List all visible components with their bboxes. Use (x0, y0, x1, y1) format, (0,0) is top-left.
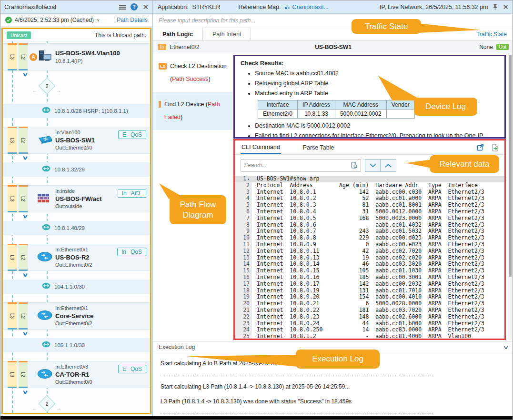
close-icon[interactable]: ✕ (503, 3, 509, 10)
path-device-row[interactable]: L3L2∨In:Ethernet0/1Core-ServiceOut:Ether… (3, 302, 150, 330)
check-item-text: Find L2 Device (Path Failed) (164, 98, 229, 124)
path-media-row[interactable]: 10.8.1.0/28 HSRP: 1(10.8.1.1) (3, 104, 150, 118)
policy-badge[interactable]: InQoS (117, 248, 146, 256)
path-device-row[interactable]: L3L2∨In:Vlan100US-BOS-SW1Out:Ethernet2/0… (3, 127, 150, 154)
policy-badge[interactable]: InACL (118, 189, 146, 198)
cli-line: 24Internet 10.8.0.250 14 aabb.cc83.0000 … (235, 327, 504, 333)
path-flow-annotation-box: Unicast This is Unicast path. L3L2∨AUS-B… (1, 28, 151, 414)
l2-tab[interactable]: L2 (19, 244, 28, 271)
chevron-down-icon[interactable]: ∨ (22, 389, 29, 395)
chevron-down-icon[interactable]: ∨ (22, 155, 29, 161)
collapse-chevron-icon[interactable]: ∨ (503, 344, 509, 350)
chevron-down-icon[interactable]: ∨ (97, 18, 100, 22)
l2-tab[interactable]: L2 (19, 185, 28, 212)
help-icon[interactable]: ? (131, 3, 138, 10)
l3-tab[interactable]: L3 (8, 185, 17, 212)
vertical-scrollbar[interactable] (508, 54, 512, 340)
path-device-row[interactable]: L3L2∨In:insideUS-BOS-FW/actOut:outsideIn… (3, 185, 150, 212)
l2-tab-label: L2 (20, 196, 26, 201)
tab-path-logic[interactable]: Path Logic (153, 28, 202, 40)
cli-line-number: 22 (235, 314, 252, 320)
path-details-link[interactable]: Path Details (117, 17, 148, 23)
l3-tab[interactable]: L3 (8, 43, 17, 70)
policy-badge-right: QoS (131, 131, 142, 138)
device-info: In:Ethernet0/1US-BOS-R2Out:Ethernet0/2 (55, 246, 92, 269)
expand-diamond[interactable]: 2 (39, 395, 55, 412)
policy-badge[interactable]: EQoS (118, 365, 146, 373)
network-info: IP, Live Network, 26/5/2025, 11:56:32 pm (380, 4, 488, 10)
media-globe-icon (42, 107, 50, 115)
path-device-row[interactable]: L3L2∨In:Ethernet0/3CA-TOR-R1Out:Ethernet… (3, 361, 150, 388)
cli-line-text: Internet 10.8.0.5 168 5000.0023.0000 ARP… (252, 215, 484, 222)
cli-line: 21Internet 10.8.0.22 181 aabb.cc03.7020 … (235, 307, 504, 314)
scrollbar-thumb[interactable] (509, 55, 512, 277)
path-media-row[interactable]: 10.8.1.48/29 (3, 221, 150, 235)
chevron-down-icon[interactable]: ∨ (22, 71, 29, 78)
tab-path-intent[interactable]: Path Intent (202, 28, 251, 40)
check-marker-bar (159, 101, 161, 108)
in-interface-label: In:inside (55, 188, 102, 195)
find-previous-button[interactable] (381, 159, 396, 172)
device-name: US-BOS-FW/act (55, 195, 102, 203)
description-row[interactable]: Please input description for this path..… (153, 14, 513, 27)
l3-tab[interactable]: L3 (8, 127, 17, 154)
cli-line: 3Internet 10.8.0.1 142 aabb.cc00.c030 AR… (235, 189, 504, 196)
tab-cli-command[interactable]: CLI Command (241, 141, 281, 154)
chevron-down-icon[interactable]: ∨ (22, 330, 29, 337)
check-list-item[interactable]: Find L2 Device (Path Failed) (153, 92, 232, 130)
close-icon[interactable]: ✕ (142, 3, 149, 10)
arp-table-cell: 5000.0012.0002 (335, 110, 386, 119)
pin-icon[interactable] (493, 4, 498, 10)
cli-line-text: Internet 10.8.0.17 142 aabb.cc00.2032 AR… (252, 281, 484, 288)
search-input[interactable] (244, 162, 351, 169)
tab-parse-table[interactable]: Parse Table (302, 141, 335, 153)
expand-diamond[interactable]: 2 (39, 78, 55, 94)
l2-tab[interactable]: L2 (19, 302, 28, 330)
check-list-item[interactable]: L2Check L2 Destination (Path Success) (153, 54, 232, 92)
cli-line: 18Internet 10.8.0.19 131 aabb.cc01.7010 … (235, 288, 504, 294)
cli-line-number: 10 (235, 235, 252, 241)
log-separator (161, 375, 433, 375)
path-flow-panel: Craniomaxillofacial ? ✕ 4/6/2025, 2:52:3… (0, 0, 153, 417)
path-media-row[interactable]: 105.1.1.0/30 (3, 338, 150, 352)
path-device-row[interactable]: L3L2∨AUS-BOS-SW4.Vlan10010.8.1.4(IP) (3, 43, 150, 70)
cli-line-number: 25 (235, 333, 252, 339)
cli-output[interactable]: 1▾US-BOS-SW1#show arp2Protocol Address A… (235, 176, 504, 339)
success-check-icon (5, 17, 12, 23)
chevron-down-icon[interactable]: ∨ (22, 213, 29, 220)
description-placeholder: Please input description for this path..… (159, 17, 255, 24)
cli-line-number: 24 (235, 327, 252, 333)
search-box[interactable] (241, 159, 361, 172)
l3-tab-label: L3 (10, 372, 15, 377)
cli-tabs: CLI Command Parse Table (235, 140, 504, 155)
l3-tab-label: L3 (10, 54, 15, 60)
path-media-row[interactable]: 10.8.1.32/29 (3, 162, 150, 177)
cli-line-number: 20 (235, 300, 252, 307)
path-device-row[interactable]: L3L2∨In:Ethernet0/1US-BOS-R2Out:Ethernet… (3, 244, 150, 271)
open-external-icon[interactable] (477, 144, 484, 151)
l2-tab[interactable]: L2 (19, 361, 28, 388)
reference-map-link[interactable]: Craniomaxil... (284, 4, 328, 10)
export-icon[interactable] (492, 144, 499, 151)
find-next-button[interactable] (365, 159, 381, 172)
cli-line-number: 18 (235, 288, 252, 294)
l2-tab[interactable]: L2 (19, 43, 28, 70)
l3-tab[interactable]: L3 (8, 361, 17, 388)
l2-tab[interactable]: L2 (19, 127, 28, 154)
hop-device-name: US-BOS-SW1 (315, 44, 352, 50)
fold-arrow-icon[interactable]: ▾ (247, 177, 250, 181)
menu-icon[interactable] (119, 5, 126, 10)
search-icon[interactable] (351, 162, 358, 169)
out-interface-label: Out:Ethernet0/2 (55, 320, 93, 327)
policy-badge[interactable]: EQoS (118, 130, 146, 139)
l3-tab[interactable]: L3 (8, 244, 17, 271)
cli-line-text: Internet 10.8.0.7 243 aabb.cc01.5032 ARP… (252, 228, 484, 235)
cli-line-text: Internet 10.8.0.1 142 aabb.cc00.c030 ARP… (252, 189, 484, 196)
path-timestamp[interactable]: 4/6/2025, 2:52:33 pm (Cached) (15, 17, 94, 23)
traffic-state-link[interactable]: Traffic State (476, 31, 507, 38)
cli-line-text: Internet 10.8.0.4 31 5000.0012.0000 ARPA… (252, 209, 484, 215)
cli-line-text: Internet 10.8.1.2 - aabb.cc81.4000 ARPA … (252, 333, 471, 339)
l3-tab[interactable]: L3 (8, 302, 17, 330)
path-media-row[interactable]: 104.1.1.0/30 (3, 280, 150, 294)
chevron-down-icon[interactable]: ∨ (22, 272, 29, 278)
